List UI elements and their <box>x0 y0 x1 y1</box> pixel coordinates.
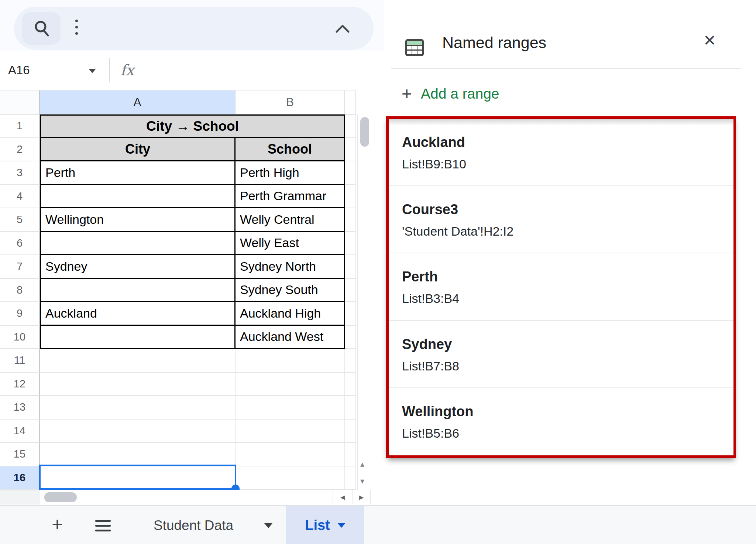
active-cell-selection[interactable] <box>39 465 236 490</box>
cell-gutter-5[interactable] <box>345 208 356 232</box>
scroll-left-icon[interactable]: ◂ <box>333 490 352 504</box>
search-icon[interactable] <box>32 18 52 41</box>
cell-gutter-2[interactable] <box>345 138 356 162</box>
row-header-3[interactable]: 3 <box>0 161 40 185</box>
cell-B4[interactable]: Perth Grammar <box>236 185 345 209</box>
name-box-dropdown-icon[interactable] <box>89 69 96 73</box>
add-sheet-icon[interactable]: + <box>52 506 63 544</box>
named-range-name: Wellington <box>402 403 733 420</box>
cell-A4[interactable] <box>40 185 236 209</box>
row-header-4[interactable]: 4 <box>0 185 40 209</box>
row-header-1[interactable]: 1 <box>0 114 40 138</box>
horizontal-scrollbar-thumb[interactable] <box>44 492 77 502</box>
row-header-16[interactable]: 16 <box>0 466 40 490</box>
cell-gutter-13[interactable] <box>345 396 356 420</box>
named-range-item[interactable]: WellingtonList!B5:B6 <box>389 387 733 455</box>
school-header-cell[interactable]: School <box>236 138 345 162</box>
cell-A10[interactable] <box>40 326 236 349</box>
row-header-11[interactable]: 11 <box>0 349 40 373</box>
row-header-14[interactable]: 14 <box>0 420 40 443</box>
scroll-down-icon[interactable]: ▾ <box>360 477 364 485</box>
cell-A8[interactable] <box>40 279 236 302</box>
named-range-item[interactable]: Course3'Student Data'!H2:I2 <box>389 185 733 253</box>
cell-gutter-4[interactable] <box>345 185 356 209</box>
tab-list-dropdown-icon[interactable] <box>337 523 346 528</box>
vertical-scrollbar-track[interactable] <box>357 114 371 490</box>
named-range-reference: List!B3:B4 <box>402 290 733 307</box>
more-options-icon[interactable] <box>75 20 78 35</box>
tab-student-data-dropdown-icon[interactable] <box>264 523 272 528</box>
all-sheets-icon[interactable] <box>95 520 111 531</box>
row-header-7[interactable]: 7 <box>0 255 40 279</box>
cell-A13[interactable] <box>40 396 236 420</box>
cell-B5[interactable]: Welly Central <box>236 208 345 232</box>
cell-gutter-15[interactable] <box>345 443 356 466</box>
cell-gutter-16[interactable] <box>345 466 356 490</box>
add-a-range-button[interactable]: + Add a range <box>402 82 499 106</box>
scrollbar-corner <box>0 490 40 504</box>
cell-B13[interactable] <box>236 396 345 420</box>
cell-gutter-10[interactable] <box>345 326 356 349</box>
scroll-right-icon[interactable]: ▸ <box>352 490 371 504</box>
cell-B14[interactable] <box>236 420 345 443</box>
cell-gutter-1[interactable] <box>345 114 356 138</box>
close-icon[interactable]: ✕ <box>703 32 716 49</box>
named-range-item[interactable]: SydneyList!B7:B8 <box>389 320 733 387</box>
cell-B11[interactable] <box>236 349 345 373</box>
named-range-item[interactable]: PerthList!B3:B4 <box>389 253 733 320</box>
cell-gutter-9[interactable] <box>345 302 356 326</box>
cell-gutter-14[interactable] <box>345 420 356 443</box>
cell-B12[interactable] <box>236 373 345 396</box>
cell-gutter-6[interactable] <box>345 232 356 256</box>
cell-A7[interactable]: Sydney <box>40 255 236 279</box>
named-range-name: Sydney <box>402 336 733 353</box>
cell-gutter-12[interactable] <box>345 373 356 396</box>
cell-B6[interactable]: Welly East <box>236 232 345 256</box>
vertical-scrollbar-thumb[interactable] <box>360 117 369 147</box>
cell-B3[interactable]: Perth High <box>236 161 345 185</box>
row-header-2[interactable]: 2 <box>0 138 40 162</box>
row-header-9[interactable]: 9 <box>0 302 40 326</box>
cell-gutter-3[interactable] <box>345 161 356 185</box>
cell-A15[interactable] <box>40 443 236 466</box>
cell-A11[interactable] <box>40 349 236 373</box>
cell-B16[interactable] <box>236 466 345 490</box>
cell-gutter-8[interactable] <box>345 279 356 302</box>
cell-B8[interactable]: Sydney South <box>236 279 345 302</box>
cell-B10[interactable]: Auckland West <box>236 326 345 349</box>
name-box[interactable]: A16 <box>8 51 30 90</box>
cell-A3[interactable]: Perth <box>40 161 236 185</box>
cell-B15[interactable] <box>236 443 345 466</box>
merged-title-cell[interactable]: City → School <box>40 114 345 138</box>
column-header-A[interactable]: A <box>40 90 236 114</box>
row-header-6[interactable]: 6 <box>0 232 40 256</box>
city-header-cell[interactable]: City <box>40 138 236 162</box>
tab-list-active[interactable]: List <box>286 506 364 544</box>
row-header-13[interactable]: 13 <box>0 396 40 420</box>
row-header-15[interactable]: 15 <box>0 443 40 466</box>
cell-gutter-7[interactable] <box>345 255 356 279</box>
horizontal-scrollbar-track[interactable] <box>40 490 371 504</box>
cell-A9[interactable]: Auckland <box>40 302 236 326</box>
select-all-corner[interactable] <box>0 90 40 114</box>
row-header-5[interactable]: 5 <box>0 208 40 232</box>
named-range-reference: List!B7:B8 <box>402 358 733 374</box>
cell-A5[interactable]: Wellington <box>40 208 236 232</box>
row-header-8[interactable]: 8 <box>0 279 40 302</box>
row-header-10[interactable]: 10 <box>0 326 40 349</box>
sheet-tab-bar: + Student Data List <box>0 505 756 544</box>
cell-gutter-11[interactable] <box>345 349 356 373</box>
fx-icon[interactable]: fx <box>120 51 134 90</box>
cell-A14[interactable] <box>40 420 236 443</box>
cell-A6[interactable] <box>40 232 236 256</box>
scroll-up-icon[interactable]: ▴ <box>360 460 364 468</box>
cell-A12[interactable] <box>40 373 236 396</box>
tab-student-data[interactable]: Student Data <box>154 506 233 544</box>
named-range-item[interactable]: AucklandList!B9:B10 <box>389 119 733 185</box>
collapse-toolbar-icon[interactable] <box>334 24 351 35</box>
cell-B9[interactable]: Auckland High <box>236 302 345 326</box>
column-header-B[interactable]: B <box>236 90 345 114</box>
cell-B7[interactable]: Sydney North <box>236 255 345 279</box>
row-header-12[interactable]: 12 <box>0 373 40 396</box>
column-header-gutter <box>345 90 356 114</box>
